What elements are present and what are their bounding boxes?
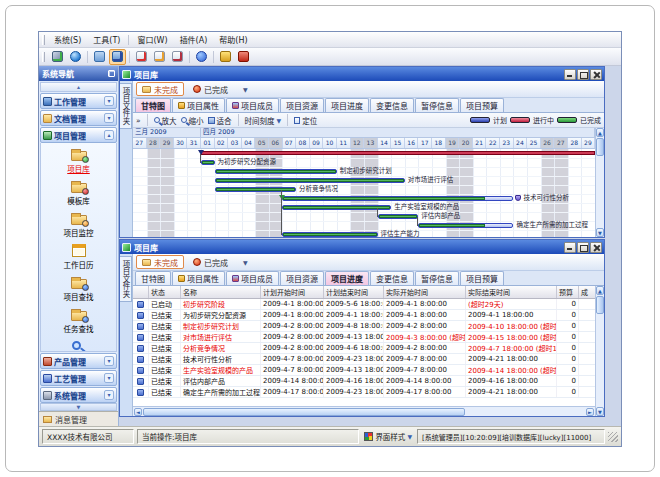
tab-变更信息[interactable]: 变更信息	[370, 271, 414, 285]
column-header-计划开始时间[interactable]: 计划开始时间	[261, 286, 324, 298]
sidebar-group-项目管理[interactable]: 项目管理▴	[40, 127, 117, 143]
scrollbar-thumb[interactable]	[596, 138, 604, 156]
done-bar-评估内部产品[interactable]	[379, 215, 418, 218]
toolbar-grip[interactable]	[42, 52, 45, 62]
column-header-名称[interactable]: 名称	[181, 286, 261, 298]
column-header-状态[interactable]: 状态	[149, 286, 181, 298]
sidebar-group-工艺管理[interactable]: 工艺管理▾	[40, 370, 117, 386]
sidebar-group-产品管理[interactable]: 产品管理▾	[40, 353, 117, 369]
toolbar-overflow-button[interactable]: »	[136, 116, 141, 125]
tab-项目预算[interactable]: 项目预算	[460, 271, 504, 285]
system-button[interactable]	[49, 49, 66, 65]
table-vertical-scrollbar[interactable]: ▲ ▼	[595, 286, 604, 416]
exit-button[interactable]	[235, 49, 252, 65]
filter-tab-已完成[interactable]: 已完成	[187, 255, 234, 269]
scroll-up-icon[interactable]: ▲	[596, 286, 604, 295]
sidebar-item-项目监控[interactable]: 项目监控	[41, 209, 116, 241]
table-row[interactable]: 已结束确定生产所需的加工过程2009-4-17 8:00:002009-4-23…	[133, 387, 595, 398]
restore-button[interactable]	[577, 242, 589, 253]
tab-message-management[interactable]: 消息管理	[39, 411, 118, 426]
pin-icon[interactable]	[108, 70, 115, 77]
scroll-left-icon[interactable]: ◄	[134, 408, 142, 416]
menu-item[interactable]: 系统(S)	[48, 33, 87, 46]
chevron-down-icon[interactable]: ▾	[104, 113, 114, 123]
column-header-实际开始时间[interactable]: 实际开始时间	[384, 286, 466, 298]
sidebar-item-项目文档查找[interactable]: 项目文档查找	[41, 337, 116, 352]
sidebar-group-文档管理[interactable]: 文档管理▾	[40, 110, 117, 126]
tab-项目成员[interactable]: 项目成员	[226, 271, 279, 285]
chevron-down-icon[interactable]: ▾	[104, 373, 114, 383]
scroll-up-icon[interactable]: ▲	[596, 128, 604, 137]
locate-button[interactable]: 定位	[294, 115, 317, 126]
scroll-down-icon[interactable]: ▼	[596, 228, 604, 237]
close-button[interactable]	[590, 242, 602, 253]
column-header-计划结束时间[interactable]: 计划结束时间	[324, 286, 384, 298]
table-row[interactable]: 已结束制定初步研究计划2009-4-2 8:00:002009-4-8 18:0…	[133, 321, 595, 332]
window-titlebar[interactable]: 项目库	[120, 240, 604, 254]
report-new-button[interactable]	[133, 49, 150, 65]
resize-grip[interactable]	[608, 432, 618, 442]
tab-项目成员[interactable]: 项目成员	[226, 98, 279, 112]
filter-tab-未完成[interactable]: 未完成	[136, 82, 184, 96]
done-bar-确定生产所需的加工过程[interactable]	[419, 224, 485, 227]
sidebar-item-工作日历[interactable]: 工作日历	[41, 241, 116, 273]
done-bar-评估生产能力[interactable]	[283, 233, 376, 236]
menubar-grip[interactable]	[42, 35, 45, 45]
report-edit-button[interactable]	[151, 49, 168, 65]
report-delete-button[interactable]	[169, 49, 186, 65]
tab-甘特图[interactable]: 甘特图	[135, 271, 171, 285]
zoom-out-button[interactable]: 缩小	[181, 115, 204, 126]
tab-变更信息[interactable]: 变更信息	[370, 98, 414, 112]
chevron-down-icon[interactable]: ▾	[104, 96, 114, 106]
sidebar-item-项目查找[interactable]: 项目查找	[41, 273, 116, 305]
filter-tab-未完成[interactable]: 未完成	[136, 255, 184, 269]
time-scale-button[interactable]: 时间刻度▼	[245, 115, 282, 126]
help-button[interactable]	[193, 49, 210, 65]
table-row[interactable]: 已启动初步研究阶段2009-4-1 8:00:002009-5-6 18:00:…	[133, 299, 595, 310]
tab-暂停信息[interactable]: 暂停信息	[415, 98, 459, 112]
filter-overflow-icon[interactable]: ▼	[243, 86, 248, 93]
tab-项目属性[interactable]: 项目属性	[172, 271, 225, 285]
tab-甘特图[interactable]: 甘特图	[135, 98, 171, 112]
filter-tab-已完成[interactable]: 已完成	[187, 82, 234, 96]
table-row[interactable]: 已结束生产实验室规模的产品2009-4-7 8:00:002009-4-13 1…	[133, 365, 595, 376]
network-button[interactable]	[67, 49, 84, 65]
restore-button[interactable]	[577, 69, 589, 80]
nav-collapse-button[interactable]: ▴	[40, 82, 117, 92]
table-row[interactable]: 已结束技术可行性分析2009-4-7 8:00:002009-4-23 18:0…	[133, 354, 595, 365]
fit-button[interactable]: 适合	[208, 115, 232, 126]
column-header-预算[interactable]: 预算	[557, 286, 579, 298]
done-bar-分析竞争情况[interactable]	[216, 188, 296, 191]
scroll-down-icon[interactable]: ▼	[596, 407, 604, 416]
minimize-button[interactable]	[564, 242, 576, 253]
scrollbar-thumb[interactable]	[596, 296, 604, 314]
minimize-button[interactable]	[564, 69, 576, 80]
window-titlebar[interactable]: 项目库	[120, 67, 604, 81]
chevron-down-icon[interactable]: ▾	[104, 390, 114, 400]
done-bar-对市场进行评估[interactable]	[216, 179, 404, 182]
tab-project-folder[interactable]: 项目文件夹	[120, 256, 132, 302]
lock-button[interactable]	[217, 49, 234, 65]
table-horizontal-scrollbar[interactable]: ◄ ►	[133, 406, 595, 416]
scroll-right-icon[interactable]: ►	[586, 408, 594, 416]
column-header-icon[interactable]	[133, 286, 149, 298]
table-row[interactable]: 已结束为初步研究分配资源2009-4-1 8:00:002009-4-1 18:…	[133, 310, 595, 321]
ui-style-button[interactable]: 界面样式 ▼	[362, 431, 414, 442]
gantt-vertical-scrollbar[interactable]: ▲ ▼	[595, 128, 604, 237]
close-button[interactable]	[590, 69, 602, 80]
summary-bar-初步研究阶段[interactable]	[201, 151, 595, 155]
tab-项目进度[interactable]: 项目进度	[325, 271, 369, 285]
filter-overflow-icon[interactable]: ▼	[243, 259, 248, 266]
chevron-down-icon[interactable]: ▾	[104, 356, 114, 366]
tab-项目进度[interactable]: 项目进度	[325, 98, 369, 112]
done-bar-生产实验室规模的产品[interactable]	[283, 206, 390, 209]
column-header-成[interactable]: 成	[579, 286, 595, 298]
open-folder-button[interactable]	[91, 49, 108, 65]
tab-项目属性[interactable]: 项目属性	[172, 98, 225, 112]
zoom-in-button[interactable]: 放大	[154, 115, 177, 126]
sidebar-group-工作管理[interactable]: 工作管理▾	[40, 93, 117, 109]
table-row[interactable]: 已结束对市场进行评估2009-4-2 8:00:002009-4-13 18:0…	[133, 332, 595, 343]
sidebar-item-任务查找[interactable]: 任务查找	[41, 305, 116, 337]
menu-item[interactable]: 窗口(W)	[131, 33, 173, 46]
sidebar-item-模板库[interactable]: 模板库	[41, 177, 116, 209]
